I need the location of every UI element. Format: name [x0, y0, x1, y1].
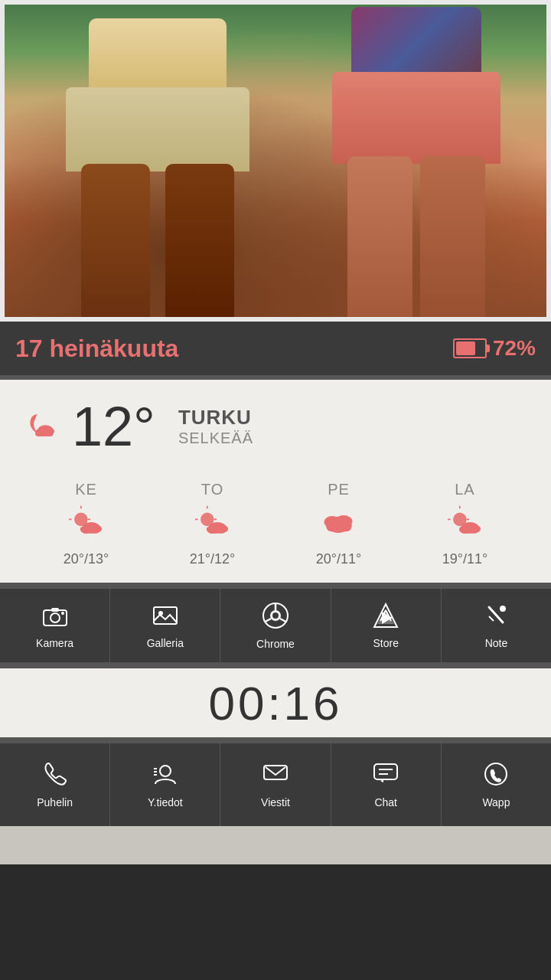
store-icon — [373, 603, 399, 634]
svg-point-64 — [485, 763, 507, 785]
forecast-item-pe: PE 20°/11° — [316, 481, 361, 567]
note-icon — [483, 603, 509, 634]
svg-rect-12 — [83, 527, 99, 534]
forecast-icon-pe — [321, 505, 355, 545]
nav-ytiedot-label: Y.tiedot — [148, 796, 183, 808]
weather-city: TURKU — [178, 406, 253, 430]
app-store[interactable]: Store — [331, 589, 442, 662]
nav-ytiedot[interactable]: Y.tiedot — [110, 743, 220, 826]
weather-location: TURKU SELKEÄÄ — [178, 406, 253, 447]
gallery-icon — [152, 603, 178, 634]
hero-image — [0, 0, 551, 322]
battery-icon — [453, 338, 487, 358]
forecast-day-ke: KE — [75, 481, 97, 498]
app-note-label: Note — [485, 637, 508, 649]
forecast-temp-ke: 20°/13° — [64, 551, 109, 567]
contacts-icon — [152, 761, 178, 793]
svg-rect-25 — [327, 519, 352, 531]
app-store-label: Store — [373, 637, 398, 649]
status-bar: 17 heinäkuuta 72% — [0, 322, 551, 375]
app-chrome[interactable]: Chrome — [220, 589, 331, 662]
nav-wapp[interactable]: Wapp — [442, 743, 551, 826]
svg-rect-36 — [51, 608, 59, 612]
weather-description: SELKEÄÄ — [178, 430, 253, 447]
forecast-temp-to: 21°/12° — [190, 551, 235, 567]
nav-chat[interactable]: Chat — [331, 743, 442, 826]
weather-main: 12° TURKU SELKEÄÄ — [23, 395, 528, 458]
app-kamera[interactable]: Kamera — [0, 589, 110, 662]
svg-rect-21 — [209, 527, 225, 534]
app-shortcuts-bar: Kamera Galleria Chrome — [0, 587, 551, 664]
svg-line-45 — [266, 619, 272, 622]
app-chrome-label: Chrome — [256, 638, 295, 650]
nav-puhelin-label: Puhelin — [37, 796, 73, 808]
messages-icon — [262, 761, 289, 793]
forecast-icon-to — [195, 505, 229, 545]
forecast-icon-la — [448, 505, 481, 545]
forecast-item-la: LA 19°/11° — [442, 481, 487, 567]
svg-point-53 — [500, 606, 506, 612]
phone-icon — [42, 761, 68, 793]
bottom-nav-bar: Puhelin Y.tiedot Viestit — [0, 742, 551, 826]
chrome-icon — [262, 602, 289, 635]
forecast-temp-la: 19°/11° — [442, 551, 487, 567]
whatsapp-icon — [483, 761, 509, 793]
clock-time: 00:16 — [208, 676, 342, 730]
date-label: 17 heinäkuuta — [15, 335, 178, 363]
svg-rect-60 — [374, 764, 397, 779]
nav-puhelin[interactable]: Puhelin — [0, 743, 110, 826]
weather-temperature: 12° — [72, 395, 155, 458]
chat-icon — [373, 761, 399, 793]
svg-line-54 — [489, 616, 494, 621]
app-kamera-label: Kamera — [36, 637, 73, 649]
weather-widget: 12° TURKU SELKEÄÄ KE — [0, 380, 551, 583]
forecast-item-ke: KE 20°/13° — [64, 481, 109, 567]
svg-rect-3 — [35, 430, 53, 436]
forecast-day-to: TO — [201, 481, 223, 498]
svg-point-35 — [51, 613, 60, 622]
app-galleria-label: Galleria — [147, 637, 184, 649]
forecast-day-la: LA — [455, 481, 474, 498]
nav-viestit-label: Viestit — [261, 796, 290, 808]
svg-point-37 — [61, 612, 64, 615]
bottom-bar — [0, 826, 551, 864]
battery-fill — [456, 341, 475, 355]
forecast-item-to: TO 21°/12° — [190, 481, 235, 567]
nav-wapp-label: Wapp — [482, 796, 510, 808]
forecast-temp-pe: 20°/11° — [316, 551, 361, 567]
nav-chat-label: Chat — [374, 796, 397, 808]
weather-icon-main — [23, 400, 57, 453]
svg-point-55 — [160, 766, 171, 776]
clock-widget: 00:16 — [0, 668, 551, 737]
weather-forecast: KE 20°/13° TO — [23, 481, 528, 567]
nav-viestit[interactable]: Viestit — [220, 743, 331, 826]
forecast-icon-ke — [69, 505, 103, 545]
svg-rect-33 — [461, 527, 478, 534]
app-galleria[interactable]: Galleria — [110, 589, 220, 662]
app-note[interactable]: Note — [442, 589, 551, 662]
battery-area: 72% — [453, 336, 536, 361]
camera-icon — [42, 603, 68, 634]
svg-rect-38 — [154, 607, 177, 624]
battery-percentage: 72% — [493, 336, 536, 361]
forecast-day-pe: PE — [328, 481, 350, 498]
svg-line-46 — [280, 619, 286, 622]
